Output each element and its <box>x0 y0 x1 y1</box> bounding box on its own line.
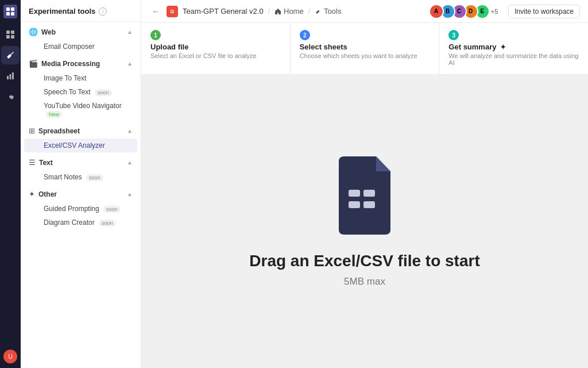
svg-rect-10 <box>12 72 14 79</box>
step-1-title: Upload file <box>150 43 281 51</box>
sparkle-icon: ✦ <box>500 43 506 51</box>
step-get-summary[interactable]: 3 Get summary ✦ We will analyze and summ… <box>439 23 588 74</box>
topbar: ← G Team-GPT General v2.0 / Home / Tools… <box>141 0 588 23</box>
svg-rect-5 <box>11 30 14 34</box>
drop-title: Drag an Excel/CSV file to start <box>249 252 479 270</box>
nav-projects[interactable] <box>1 25 20 44</box>
sidebar-section-media-header[interactable]: 🎬 Media Processing ▲ <box>21 53 141 71</box>
sidebar-item-excel-csv-analyzer[interactable]: Excel/CSV Analyzer <box>24 139 137 152</box>
sidebar-section-other-header[interactable]: ✦ Other ▲ <box>21 184 141 202</box>
sidebar-section-text-header[interactable]: ☰ Text ▲ <box>21 152 141 170</box>
sidebar-section-media: 🎬 Media Processing ▲ Image To Text Speec… <box>21 53 141 121</box>
step-3-number: 3 <box>448 30 459 40</box>
sidebar-section-media-title: Media Processing <box>41 60 100 68</box>
sidebar-header: Experimental tools i <box>21 0 141 22</box>
sidebar-section-web: 🌐 Web ▲ Email Composer <box>21 22 141 53</box>
workspace-icon: G <box>167 6 178 17</box>
sidebar: Experimental tools i 🌐 Web ▲ Email Compo… <box>21 0 141 368</box>
invite-to-workspace-button[interactable]: Invite to workspace <box>508 5 580 18</box>
collaborator-avatars: A B C D E +5 <box>432 4 498 19</box>
svg-rect-6 <box>6 35 10 39</box>
svg-rect-12 <box>363 190 375 197</box>
sidebar-item-image-to-text[interactable]: Image To Text <box>24 71 137 85</box>
sidebar-section-spreadsheet: ⊞ Spreadsheet ▲ Excel/CSV Analyzer <box>21 121 141 152</box>
step-2-desc: Choose which sheets you want to analyze <box>300 52 430 59</box>
svg-rect-7 <box>11 35 14 39</box>
breadcrumb-tools[interactable]: Tools <box>315 7 341 16</box>
chevron-up-icon: ▲ <box>127 60 133 67</box>
back-button[interactable]: ← <box>149 5 162 18</box>
svg-rect-2 <box>6 12 10 16</box>
icon-nav: U <box>0 0 21 368</box>
sidebar-title: Experimental tools <box>29 7 95 16</box>
sidebar-item-diagram-creator[interactable]: Diagram Creator soon <box>24 216 137 229</box>
new-badge: New <box>46 111 62 118</box>
sidebar-item-speech-to-text[interactable]: Speech To Text soon <box>24 85 137 99</box>
breadcrumb-home[interactable]: Home <box>274 7 304 16</box>
svg-rect-11 <box>349 190 360 197</box>
sidebar-section-text-title: Text <box>39 159 53 167</box>
user-avatar[interactable]: U <box>3 350 17 363</box>
chevron-up-icon: ▲ <box>127 191 133 197</box>
nav-tools[interactable] <box>1 46 20 64</box>
soon-badge: soon <box>103 206 121 213</box>
svg-rect-14 <box>363 201 375 208</box>
text-icon: ☰ <box>29 158 36 167</box>
chevron-up-icon: ▲ <box>127 128 133 134</box>
other-icon: ✦ <box>29 190 35 198</box>
avatar-count: +5 <box>491 8 498 15</box>
svg-rect-1 <box>11 7 14 11</box>
spreadsheet-icon: ⊞ <box>29 126 35 135</box>
content-area: Drag an Excel/CSV file to start 5MB max <box>141 75 588 368</box>
steps-bar: 1 Upload file Select an Excel or CSV fil… <box>141 23 588 75</box>
svg-rect-3 <box>11 12 14 16</box>
step-2-title: Select sheets <box>300 43 430 51</box>
sidebar-section-other-title: Other <box>38 190 57 198</box>
sidebar-section-spreadsheet-header[interactable]: ⊞ Spreadsheet ▲ <box>21 121 141 139</box>
avatar-1: A <box>429 4 444 19</box>
soon-badge: soon <box>99 220 116 227</box>
drop-zone[interactable]: Drag an Excel/CSV file to start 5MB max <box>141 75 588 368</box>
main-area: ← G Team-GPT General v2.0 / Home / Tools… <box>141 0 588 368</box>
info-icon[interactable]: i <box>99 7 107 16</box>
svg-rect-13 <box>349 201 360 208</box>
app-logo[interactable] <box>3 5 17 18</box>
sidebar-item-youtube-navigator[interactable]: YouTube Video Navigator New <box>24 99 137 121</box>
svg-rect-0 <box>6 7 10 11</box>
drop-subtitle: 5MB max <box>344 276 385 288</box>
media-icon: 🎬 <box>29 59 38 68</box>
soon-badge: soon <box>86 174 103 181</box>
file-icon <box>330 155 399 238</box>
sidebar-section-web-header[interactable]: 🌐 Web ▲ <box>21 22 141 40</box>
sidebar-item-email-composer[interactable]: Email Composer <box>24 40 137 53</box>
step-1-desc: Select an Excel or CSV file to analyze <box>150 52 281 59</box>
sidebar-item-guided-prompting[interactable]: Guided Prompting soon <box>24 202 137 216</box>
sidebar-section-other: ✦ Other ▲ Guided Prompting soon Diagram … <box>21 184 141 229</box>
svg-rect-9 <box>10 74 11 79</box>
sidebar-section-spreadsheet-title: Spreadsheet <box>38 127 80 135</box>
step-select-sheets[interactable]: 2 Select sheets Choose which sheets you … <box>291 23 440 74</box>
sidebar-item-smart-notes[interactable]: Smart Notes soon <box>24 170 137 184</box>
globe-icon: 🌐 <box>29 28 38 36</box>
step-3-title: Get summary ✦ <box>448 43 579 51</box>
svg-rect-8 <box>7 76 9 79</box>
sidebar-section-text: ☰ Text ▲ Smart Notes soon <box>21 152 141 184</box>
step-upload[interactable]: 1 Upload file Select an Excel or CSV fil… <box>141 23 291 74</box>
step-3-desc: We will analyze and summarize the data u… <box>448 52 579 66</box>
soon-badge: soon <box>95 89 112 96</box>
breadcrumb-separator-2: / <box>308 7 310 16</box>
chevron-up-icon: ▲ <box>127 159 133 166</box>
breadcrumb-separator: / <box>268 7 270 16</box>
step-1-number: 1 <box>150 30 161 40</box>
sidebar-section-web-title: Web <box>41 28 56 36</box>
chevron-up-icon: ▲ <box>127 29 133 35</box>
step-2-number: 2 <box>300 30 310 40</box>
svg-rect-4 <box>6 30 10 34</box>
workspace-title: Team-GPT General v2.0 <box>183 7 264 16</box>
nav-reports[interactable] <box>1 67 20 85</box>
nav-settings[interactable] <box>1 87 20 106</box>
